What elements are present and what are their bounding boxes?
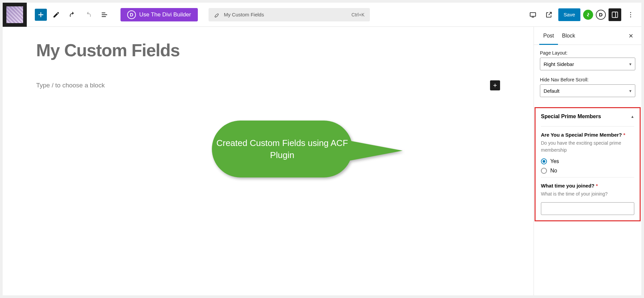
acf-panel-header[interactable]: Special Prime Members ▲: [541, 108, 634, 124]
more-options-button[interactable]: [624, 8, 637, 21]
tab-post[interactable]: Post: [539, 27, 558, 45]
page-layout-label: Page Layout:: [540, 50, 635, 56]
acf-field-description: What is the time of your joining?: [541, 191, 634, 198]
inline-add-block-button[interactable]: [490, 80, 500, 90]
pen-icon: [214, 12, 220, 18]
save-button[interactable]: Save: [558, 8, 580, 21]
page-layout-select[interactable]: Right Sidebar ▾: [540, 58, 635, 70]
chevron-down-icon: ▾: [629, 62, 632, 67]
radio-option-yes[interactable]: Yes: [541, 158, 634, 164]
svg-point-3: [630, 14, 631, 15]
required-indicator: *: [596, 183, 598, 189]
undo-button[interactable]: [66, 8, 79, 21]
editor-canvas: My Custom Fields Type / to choose a bloc…: [3, 27, 534, 295]
post-title[interactable]: My Custom Fields: [36, 40, 500, 60]
svg-rect-0: [530, 12, 536, 16]
chevron-down-icon: ▾: [629, 88, 632, 93]
divi-button-label: Use The Divi Builder: [139, 11, 191, 18]
time-joined-input[interactable]: [541, 202, 634, 215]
hide-nav-label: Hide Nav Before Scroll:: [540, 77, 635, 82]
acf-field-prime-member: Are You a Special Prime Member? * Do you…: [541, 126, 634, 174]
radio-option-no[interactable]: No: [541, 168, 634, 174]
acf-field-description: Do you have the exciting special prime m…: [541, 140, 634, 154]
svg-rect-1: [612, 12, 618, 17]
divi-builder-button[interactable]: D Use The Divi Builder: [120, 8, 198, 21]
sidebar-tabs: Post Block: [534, 27, 641, 45]
radio-icon: [541, 168, 547, 174]
divi-logo-icon: D: [127, 10, 136, 19]
site-logo[interactable]: [3, 3, 27, 27]
view-button[interactable]: [526, 8, 540, 21]
radio-icon: [541, 158, 547, 164]
hide-nav-field: Hide Nav Before Scroll: Default ▾: [540, 77, 635, 97]
hide-nav-select[interactable]: Default ▾: [540, 84, 635, 97]
close-sidebar-button[interactable]: [626, 31, 636, 41]
shortcut-hint: Ctrl+K: [351, 12, 365, 17]
document-overview-button[interactable]: [98, 8, 111, 21]
redo-button[interactable]: [82, 8, 95, 21]
svg-point-2: [630, 12, 631, 13]
collapse-icon: ▲: [631, 115, 634, 119]
annotation-callout: Created Custom Fields using ACF Plugin: [212, 121, 403, 177]
page-layout-field: Page Layout: Right Sidebar ▾: [540, 50, 635, 70]
required-indicator: *: [623, 132, 625, 138]
acf-panel: Special Prime Members ▲ Are You a Specia…: [535, 107, 641, 221]
edit-tool-button[interactable]: [50, 8, 63, 21]
settings-panel-toggle[interactable]: [609, 8, 621, 21]
external-link-button[interactable]: [542, 8, 556, 21]
page-title-field[interactable]: My Custom Fields Ctrl+K: [209, 8, 370, 21]
editor-toolbar: D Use The Divi Builder My Custom Fields …: [3, 3, 641, 27]
page-title-text: My Custom Fields: [224, 12, 264, 17]
settings-sidebar: Post Block Page Layout: Right Sidebar ▾ …: [534, 27, 641, 295]
divi-circle-button[interactable]: D: [596, 10, 606, 20]
jetpack-button[interactable]: [583, 10, 593, 20]
block-placeholder[interactable]: Type / to choose a block: [36, 82, 490, 89]
tab-block[interactable]: Block: [558, 27, 579, 45]
add-block-button[interactable]: [35, 9, 47, 21]
acf-field-time-joined: What time you joined? * What is the time…: [541, 177, 634, 215]
svg-point-4: [630, 16, 631, 17]
